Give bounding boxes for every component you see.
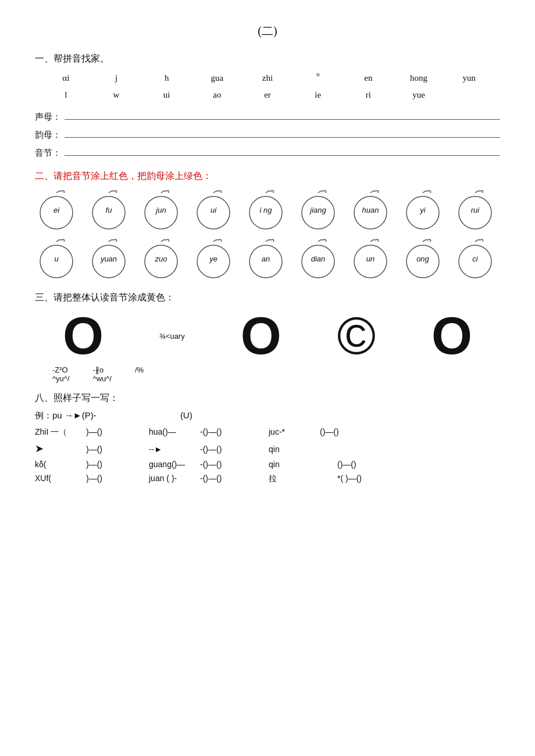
apple-label-un: un [366, 255, 374, 263]
section1: 一、帮拼音找家。 αi j h gua zhi u en hong yun l … [35, 53, 500, 159]
phonics-cell: ri [343, 88, 394, 102]
section3: 三、请把整体认读音节涂成黄色： O ¾<uary O © O -Z²O ^yu^… [35, 292, 500, 383]
apple-ye: ye [192, 237, 235, 280]
big-letters-row: O ¾<uary O © O [35, 310, 500, 362]
yunmu-line: 韵母： [35, 126, 500, 141]
big-letter-O1: O [63, 310, 104, 362]
phonics-cell: ao [192, 88, 242, 102]
sublabel-pct: /% [135, 366, 144, 374]
big-letter-O2: O [241, 310, 281, 362]
pr1-col3a: juc-* [269, 427, 315, 436]
apple-label: jun [156, 206, 166, 214]
sublabel-z2o: -Z²O [52, 366, 70, 374]
apple-jiang: jiang [297, 188, 340, 231]
apple-label: an [262, 255, 270, 263]
sublabel-fo: -∦o [93, 366, 112, 374]
apple-yi: yi [401, 188, 444, 231]
shengmu-label: 声母： [35, 112, 61, 123]
yunmu-answer[interactable] [65, 126, 500, 138]
section2-heading: 二、请把音节涂上红色，把韵母涂上绿色： [35, 170, 500, 182]
pr2-col2b: -()—() [200, 445, 247, 454]
section8-heading: 八、照样子写一写： [35, 392, 500, 404]
yinjie-label: 音节： [35, 148, 61, 159]
pr4-col3b: *( )—() [337, 474, 384, 483]
phonics-cell: ui [141, 88, 192, 102]
apples-container: ei fu jun ui [35, 188, 500, 280]
apple-ci: ci [454, 237, 497, 280]
pr3-col2a: guang()— [149, 460, 195, 469]
shengmu-answer[interactable] [65, 108, 500, 120]
pr1-col3b: ()—() [320, 427, 366, 436]
sublabel-group1: -Z²O ^yu^/ [52, 366, 70, 383]
sublabel-group3: /% [135, 366, 144, 383]
apple-an: an [244, 237, 287, 280]
uary-annotation: ¾<uary [159, 332, 185, 341]
phonics-cell: αi [41, 71, 91, 85]
apple-jun: jun [140, 188, 183, 231]
big-letter-O3: O [431, 310, 472, 362]
apple-yuan: yuan [87, 237, 130, 280]
apple-label: dian [311, 255, 326, 263]
phonics-cell: hong [394, 71, 444, 85]
phonics-cell: zhi [242, 71, 293, 85]
yunmu-label: 韵母： [35, 130, 61, 141]
pr2-col2a: --► [149, 445, 195, 454]
example-text: 例：pu →►(P)- [35, 410, 97, 420]
phonics-row1: αi j h gua zhi u en hong yun l w ui ao e… [41, 71, 494, 102]
annotated-uary: ¾<uary [159, 332, 185, 341]
yinjie-answer[interactable] [65, 144, 500, 156]
phonics-cell: u [293, 71, 343, 85]
sublabel-yu: ^yu^/ [52, 374, 70, 383]
apple-fu: fu [87, 188, 130, 231]
section1-heading: 一、帮拼音找家。 [35, 53, 500, 65]
copyright-symbol: © [337, 310, 376, 362]
apple-label: rui [471, 206, 479, 214]
apple-ing: i ng [244, 188, 287, 231]
apple-label: huan [362, 206, 379, 214]
sublabel-wu: ^wu^/ [93, 374, 112, 383]
apple-label: ei [54, 206, 59, 214]
phonics-cell: w [91, 88, 142, 102]
apple-label: yi [420, 206, 425, 214]
pr4-col2a: juan ( )- [149, 474, 195, 483]
practice-row2: ➤ )—() --► -()—() qin [35, 442, 500, 455]
apple-label: jiang [310, 206, 326, 214]
phonics-cell: yun [444, 71, 494, 85]
phonics-cell: er [242, 88, 293, 102]
practice-row3: kδ( )—() guang()— -()—() qin ()—() [35, 460, 500, 469]
pr3-col2b: -()—() [200, 460, 247, 469]
apple-label: fu [106, 206, 112, 214]
phonics-cell: ie [293, 88, 343, 102]
phonics-cell: yue [394, 88, 444, 102]
apple-dian: dian [297, 237, 340, 280]
pr3-col3a: qin [269, 460, 315, 469]
apple-label: ui [211, 206, 216, 214]
pr4-col1a: XUf( [35, 474, 81, 483]
pr4-col1b: )—() [86, 474, 133, 483]
pr2-col1a: ➤ [35, 442, 81, 455]
apple-ong: ong [401, 237, 444, 280]
u-label: (U) [180, 410, 192, 420]
apple-label: u [54, 255, 58, 263]
page-title: (二) [35, 23, 500, 39]
phonics-cell: h [141, 71, 192, 85]
phonics-cell [444, 88, 494, 102]
apple-label: zuo [155, 255, 167, 263]
apple-label: yuan [101, 255, 117, 263]
section2: 二、请把音节涂上红色，把韵母涂上绿色： ei fu [35, 170, 500, 280]
apple-rui: rui [454, 188, 497, 231]
phonics-cell: gua [192, 71, 242, 85]
pr1-col1a: ZhiI 一（ [35, 427, 81, 438]
pr3-col1a: kδ( [35, 460, 81, 469]
phonics-cell: en [343, 71, 394, 85]
apple-ei: ei [35, 188, 78, 231]
pr2-col1b: )—() [86, 445, 133, 454]
section3-heading: 三、请把整体认读音节涂成黄色： [35, 292, 500, 304]
pr3-col3b: ()—() [337, 460, 384, 469]
apple-ui: ui [192, 188, 235, 231]
practice-row4: XUf( )—() juan ( )- -()—() 拉 *( )—() [35, 474, 500, 484]
practice-row1: ZhiI 一（ )—() hua()— -()—() juc-* ()—() [35, 427, 500, 438]
phonics-cell: j [91, 71, 142, 85]
sublabels-row: -Z²O ^yu^/ -∦o ^wu^/ /% [52, 366, 500, 383]
pr1-col2b: -()—() [200, 427, 247, 436]
